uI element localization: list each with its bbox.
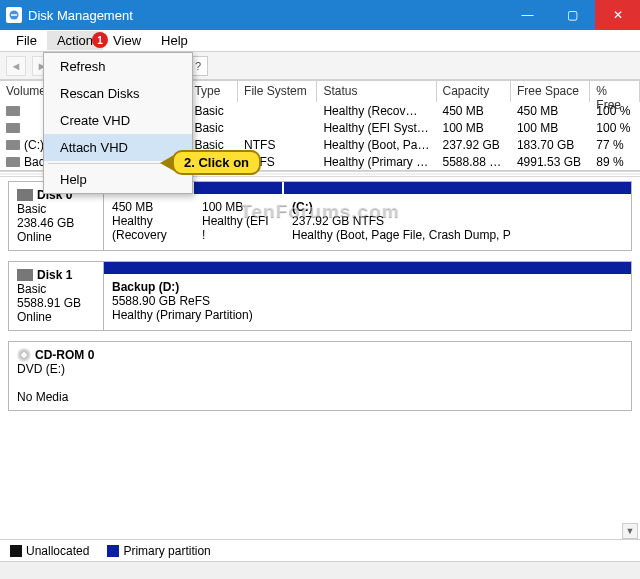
annotation-callout: 2. Click on — [160, 150, 261, 175]
volume-icon — [6, 106, 20, 116]
partition-status: Healthy (Primary Partition) — [112, 308, 253, 322]
disk-state: Online — [17, 310, 95, 324]
volume-icon — [6, 140, 20, 150]
scroll-down[interactable]: ▼ — [622, 523, 638, 539]
window-title: Disk Management — [28, 8, 505, 23]
cell-status: Healthy (EFI Syst… — [317, 121, 436, 135]
col-free[interactable]: Free Space — [511, 81, 590, 102]
disk-kind: Basic — [17, 202, 95, 216]
cell-status: Healthy (Recov… — [317, 104, 436, 118]
partition[interactable]: 100 MBHealthy (EFI ! — [194, 194, 284, 250]
col-pctfree[interactable]: % Free — [590, 81, 640, 102]
volume-name: (C:) — [24, 138, 44, 152]
disk-size: 238.46 GB — [17, 216, 95, 230]
cell-pct: 89 % — [590, 155, 640, 169]
legend-unallocated: Unallocated — [26, 544, 89, 558]
cell-free: 100 MB — [511, 121, 590, 135]
partition-size: 237.92 GB NTFS — [292, 214, 384, 228]
cell-cap: 237.92 GB — [436, 138, 510, 152]
partition-label: Backup (D:) — [112, 280, 179, 294]
col-status[interactable]: Status — [317, 81, 436, 102]
volume-icon — [6, 123, 20, 133]
disk-name: Disk 1 — [37, 268, 72, 282]
menu-item-rescan-disks[interactable]: Rescan Disks — [44, 80, 192, 107]
cell-cap: 100 MB — [436, 121, 510, 135]
cell-pct: 77 % — [590, 138, 640, 152]
titlebar: Disk Management — ▢ ✕ — [0, 0, 640, 30]
cell-free: 183.70 GB — [511, 138, 590, 152]
callout-text: 2. Click on — [172, 150, 261, 175]
maximize-button[interactable]: ▢ — [550, 0, 595, 30]
partition-size: 100 MB — [202, 200, 243, 214]
menu-item-refresh[interactable]: Refresh — [44, 53, 192, 80]
partition-status: Healthy (Boot, Page File, Crash Dump, P — [292, 228, 511, 242]
cell-pct: 100 % — [590, 104, 640, 118]
svg-rect-1 — [11, 14, 17, 16]
app-icon — [6, 7, 22, 23]
partition-label: (C:) — [292, 200, 313, 214]
cdrom-row: CD-ROM 0DVD (E:)No Media — [8, 341, 632, 411]
cell-type: Basic — [188, 121, 238, 135]
cell-status: Healthy (Primary … — [317, 155, 436, 169]
col-type[interactable]: Type — [188, 81, 238, 102]
partition-status: Healthy (EFI ! — [202, 214, 269, 242]
cell-status: Healthy (Boot, Pa… — [317, 138, 436, 152]
partition[interactable]: Backup (D:)5588.90 GB ReFSHealthy (Prima… — [104, 274, 631, 330]
back-button[interactable]: ◄ — [6, 56, 26, 76]
cell-cap: 450 MB — [436, 104, 510, 118]
statusbar — [0, 561, 640, 579]
cdrom-name: CD-ROM 0 — [35, 348, 94, 362]
legend-swatch-primary — [107, 545, 119, 557]
legend-swatch-unallocated — [10, 545, 22, 557]
disk-state: Online — [17, 230, 95, 244]
disk-icon — [17, 269, 33, 281]
disk-size: 5588.91 GB — [17, 296, 95, 310]
cdrom-state: No Media — [17, 390, 623, 404]
disk-row: Disk 1Basic5588.91 GBOnlineBackup (D:)55… — [8, 261, 632, 331]
annotation-badge-1: 1 — [92, 32, 108, 48]
disk-info[interactable]: Disk 1Basic5588.91 GBOnline — [9, 262, 104, 330]
cell-pct: 100 % — [590, 121, 640, 135]
legend-primary: Primary partition — [123, 544, 210, 558]
cdrom-info[interactable]: CD-ROM 0DVD (E:)No Media — [9, 342, 631, 410]
menu-file[interactable]: File — [6, 31, 47, 50]
legend: Unallocated Primary partition — [0, 539, 640, 561]
partition[interactable]: (C:)237.92 GB NTFSHealthy (Boot, Page Fi… — [284, 194, 631, 250]
close-button[interactable]: ✕ — [595, 0, 640, 30]
volume-icon — [6, 157, 20, 167]
cell-free: 4991.53 GB — [511, 155, 590, 169]
col-fs[interactable]: File System — [238, 81, 317, 102]
menu-item-create-vhd[interactable]: Create VHD — [44, 107, 192, 134]
partition[interactable]: 450 MBHealthy (Recovery — [104, 194, 194, 250]
partition-size: 450 MB — [112, 200, 153, 214]
cell-cap: 5588.88 GB — [436, 155, 510, 169]
cell-free: 450 MB — [511, 104, 590, 118]
menubar: File Action View Help 1 — [0, 30, 640, 52]
cdrom-kind: DVD (E:) — [17, 362, 623, 376]
menu-help[interactable]: Help — [151, 31, 198, 50]
menu-view[interactable]: View — [103, 31, 151, 50]
cdrom-icon — [17, 348, 31, 362]
cell-type: Basic — [188, 104, 238, 118]
minimize-button[interactable]: — — [505, 0, 550, 30]
disk-icon — [17, 189, 33, 201]
partition-size: 5588.90 GB ReFS — [112, 294, 210, 308]
disk-kind: Basic — [17, 282, 95, 296]
disk-area: Disk 0Basic238.46 GBOnline450 MBHealthy … — [0, 177, 640, 411]
partition-status: Healthy (Recovery — [112, 214, 167, 242]
col-capacity[interactable]: Capacity — [437, 81, 511, 102]
